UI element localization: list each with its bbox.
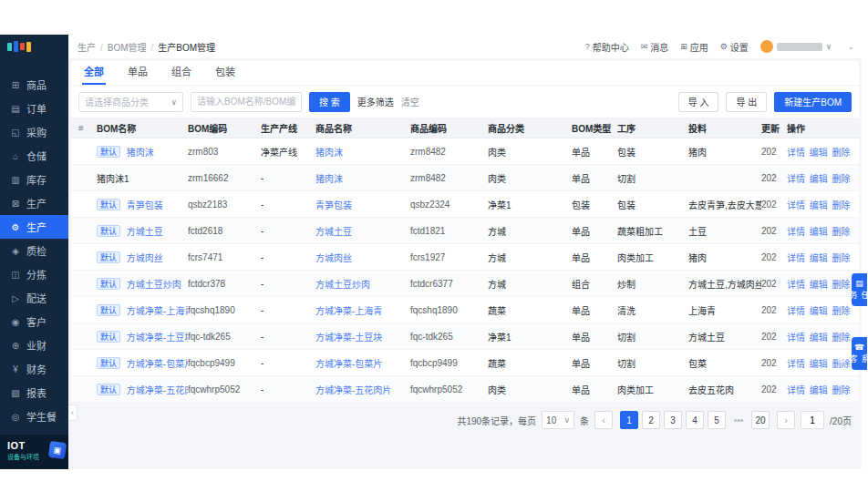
edit-link[interactable]: 编辑: [810, 253, 828, 263]
sidebar-item[interactable]: ◉ 客户: [0, 310, 68, 333]
page-button[interactable]: 3: [664, 411, 682, 429]
edit-link[interactable]: 编辑: [810, 385, 828, 395]
product-name-link[interactable]: 方城净菜-土豆块: [315, 333, 382, 343]
tab[interactable]: 包装: [213, 59, 237, 85]
product-name-link[interactable]: 方城净菜-五花肉片: [315, 385, 391, 395]
user-menu[interactable]: ∨: [760, 40, 832, 53]
detail-link[interactable]: 详情: [787, 280, 805, 290]
per-page-select[interactable]: 10 ∨: [542, 411, 574, 429]
export-button[interactable]: 导 出: [726, 92, 767, 112]
keyword-input[interactable]: [191, 92, 302, 112]
bom-name-link[interactable]: 方城土豆: [127, 227, 163, 237]
category-select[interactable]: 请选择商品分类 ∨: [78, 92, 183, 112]
detail-link[interactable]: 详情: [787, 174, 805, 184]
breadcrumb-item[interactable]: BOM管理: [96, 40, 147, 54]
product-name-link[interactable]: 猪肉沫: [315, 174, 343, 184]
sidebar-item[interactable]: ⌂ 仓储: [0, 144, 68, 168]
create-bom-button[interactable]: 新建生产BOM: [774, 92, 852, 112]
column-settings-icon[interactable]: ≡: [78, 123, 84, 133]
bom-name-link[interactable]: 猪肉沫: [127, 148, 154, 158]
sidebar-item[interactable]: ◈ 质检: [0, 239, 68, 262]
delete-link[interactable]: 删除: [832, 174, 851, 184]
product-name-link[interactable]: 青笋包装: [315, 200, 352, 210]
floating-button[interactable]: ☎ 联系客服: [852, 337, 867, 370]
window-collapse-icon[interactable]: ⌄: [847, 42, 854, 51]
sidebar-item[interactable]: ▷ 配送: [0, 286, 68, 310]
page-button[interactable]: 4: [686, 411, 704, 429]
bom-name-link[interactable]: 方城净菜-包菜片: [127, 359, 188, 369]
detail-link[interactable]: 详情: [787, 306, 805, 316]
bom-name-link[interactable]: 方城净菜-上海青: [127, 306, 188, 316]
bom-name-link[interactable]: 方城肉丝: [127, 253, 163, 263]
product-name-link[interactable]: 方城土豆炒肉: [315, 280, 370, 290]
delete-link[interactable]: 删除: [832, 200, 851, 210]
page-button[interactable]: 5: [708, 411, 726, 429]
next-page-button[interactable]: ›: [777, 411, 795, 429]
tab[interactable]: 组合: [170, 59, 193, 85]
tab[interactable]: 单品: [126, 59, 150, 85]
edit-link[interactable]: 编辑: [810, 333, 828, 343]
bom-name-link[interactable]: 方城净菜-土豆块: [127, 333, 188, 343]
delete-link[interactable]: 删除: [832, 280, 851, 290]
sidebar-item[interactable]: ⊠ 生产: [0, 191, 68, 215]
product-name-link[interactable]: 方城净菜-包菜片: [315, 359, 382, 369]
import-button[interactable]: 导 入: [678, 92, 719, 112]
iot-footer[interactable]: IOT 设备与环境 ▣: [0, 435, 68, 469]
delete-link[interactable]: 删除: [832, 333, 851, 343]
detail-link[interactable]: 详情: [787, 200, 805, 210]
delete-link[interactable]: 删除: [832, 148, 851, 158]
delete-link[interactable]: 删除: [832, 306, 851, 316]
sidebar-item[interactable]: ▤ 订单: [0, 97, 68, 120]
page-button[interactable]: 20: [751, 411, 770, 429]
bom-name-link[interactable]: 青笋包装: [127, 200, 163, 210]
sidebar-collapse-toggle[interactable]: ‹: [68, 405, 78, 421]
detail-link[interactable]: 详情: [787, 253, 805, 263]
sidebar-item[interactable]: ▧ 报表: [0, 381, 68, 405]
header-action[interactable]: ? 帮助中心: [585, 40, 629, 54]
bom-name-link[interactable]: 方城净菜-五花肉片: [127, 385, 188, 395]
page-jump-input[interactable]: [801, 411, 824, 429]
sidebar-item[interactable]: ◫ 分拣: [0, 262, 68, 286]
edit-link[interactable]: 编辑: [810, 200, 828, 210]
product-name-link[interactable]: 方城肉丝: [315, 253, 352, 263]
page-button[interactable]: 2: [642, 411, 660, 429]
product-name-link[interactable]: 猪肉沫: [315, 148, 343, 158]
edit-link[interactable]: 编辑: [810, 174, 828, 184]
sidebar-item[interactable]: ▥ 库存: [0, 168, 68, 191]
breadcrumb-item[interactable]: 生产BOM管理: [147, 40, 216, 54]
product-name-link[interactable]: 方城净菜-上海青: [315, 306, 382, 316]
breadcrumb-item[interactable]: 生产: [78, 40, 96, 54]
header-action[interactable]: ⊞ 应用: [680, 40, 708, 54]
floating-button[interactable]: ▤ 任务: [852, 273, 867, 306]
edit-link[interactable]: 编辑: [810, 359, 828, 369]
delete-link[interactable]: 删除: [832, 227, 851, 237]
sidebar-item[interactable]: ◱ 采购: [0, 120, 68, 144]
detail-link[interactable]: 详情: [787, 333, 805, 343]
sidebar-item[interactable]: ⊕ 业财: [0, 333, 68, 357]
header-action[interactable]: ⚙ 设置: [720, 40, 749, 54]
edit-link[interactable]: 编辑: [810, 306, 828, 316]
header-action[interactable]: ✉ 消息: [641, 40, 669, 54]
sidebar-item[interactable]: ◎ 学生餐: [0, 405, 68, 428]
sidebar-item[interactable]: ¥ 财务: [0, 357, 68, 381]
detail-link[interactable]: 详情: [787, 148, 805, 158]
product-name-link[interactable]: 方城土豆: [315, 227, 352, 237]
page-button[interactable]: 1: [620, 411, 638, 429]
detail-link[interactable]: 详情: [787, 359, 805, 369]
more-filters-link[interactable]: 更多筛选: [357, 95, 394, 108]
edit-link[interactable]: 编辑: [810, 227, 828, 237]
sidebar-item[interactable]: ⊞ 商品: [0, 73, 68, 97]
prev-page-button[interactable]: ‹: [594, 411, 613, 429]
sidebar-item[interactable]: ⚙ 生产: [0, 215, 68, 239]
bom-name-link[interactable]: 猪肉沫1: [97, 174, 129, 184]
detail-link[interactable]: 详情: [787, 385, 805, 395]
edit-link[interactable]: 编辑: [810, 280, 828, 290]
edit-link[interactable]: 编辑: [810, 148, 828, 158]
delete-link[interactable]: 删除: [832, 385, 851, 395]
search-button[interactable]: 搜 索: [309, 92, 350, 112]
delete-link[interactable]: 删除: [832, 253, 851, 263]
tab[interactable]: 全部: [82, 59, 106, 85]
page-button[interactable]: •••: [729, 411, 748, 429]
clear-filters-link[interactable]: 清空: [401, 95, 419, 108]
bom-name-link[interactable]: 方城土豆炒肉: [127, 280, 181, 290]
